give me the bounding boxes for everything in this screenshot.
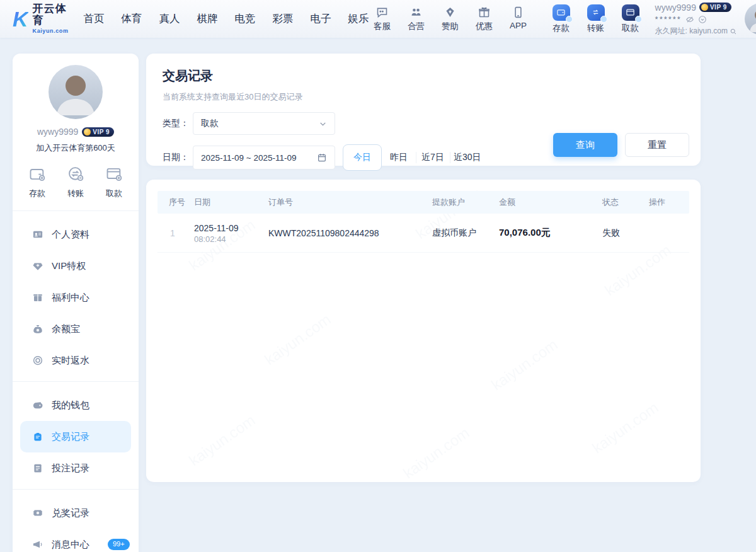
col-header-status: 状态 <box>602 191 649 214</box>
cell-action <box>649 214 689 253</box>
sidebar-avatar[interactable] <box>49 65 103 119</box>
top-header: K 开云体育 Kaiyun.com 首页 体育 真人 棋牌 电竞 彩票 电子 娱… <box>0 0 756 38</box>
joined-days-text: 加入开云体育第600天 <box>13 142 139 154</box>
cell-time: 08:02:44 <box>194 234 268 244</box>
withdraw-outline-icon <box>105 165 123 183</box>
brand-domain: Kaiyun.com <box>33 28 69 35</box>
col-header-no: 序号 <box>158 191 194 214</box>
date-range-input[interactable]: 2025-11-09 ~ 2025-11-09 <box>193 146 335 170</box>
page-title: 交易记录 <box>163 67 684 84</box>
app-download-link[interactable]: APP <box>505 6 532 32</box>
range-30days-button[interactable]: 近30日 <box>450 144 485 171</box>
col-header-date: 日期 <box>194 191 268 214</box>
type-select[interactable]: 取款 <box>193 112 335 135</box>
search-button[interactable]: 查询 <box>553 133 617 157</box>
wallet-icon <box>32 400 43 411</box>
range-yesterday-button[interactable]: 昨日 <box>382 144 416 171</box>
col-header-account: 提款账户 <box>432 191 499 214</box>
sidebar-item-rebate[interactable]: 实时返水 <box>13 345 139 376</box>
range-today-button[interactable]: 今日 <box>343 144 382 171</box>
menu-item-label: 个人资料 <box>52 229 89 241</box>
vip-level: VIP 9 <box>710 3 727 13</box>
reset-button[interactable]: 重置 <box>625 133 689 157</box>
range-7days-button[interactable]: 近7日 <box>416 144 450 171</box>
permanent-url: 永久网址: kaiyun.com <box>655 26 728 37</box>
nav-item-home[interactable]: 首页 <box>84 12 105 26</box>
diamond-icon <box>32 260 43 272</box>
nav-item-lottery[interactable]: 彩票 <box>273 12 294 26</box>
quick-link-label: 客服 <box>374 21 391 32</box>
avatar-image <box>49 65 103 119</box>
transactions-table-card: kaiyun.com kaiyun.com kaiyun.com kaiyun.… <box>146 180 701 482</box>
transfer-link[interactable]: 转账 <box>583 4 609 34</box>
brand-name: 开云体育 <box>33 3 69 26</box>
money-bag-icon <box>32 323 43 335</box>
sidebar-item-benefits[interactable]: 福利中心 <box>13 282 139 313</box>
id-card-icon <box>32 229 43 240</box>
sidebar: wywy9999 VIP 9 加入开云体育第600天 存款 转账 取款 <box>13 54 139 552</box>
wallet-link-label: 存款 <box>553 23 570 34</box>
nav-item-esports[interactable]: 电竞 <box>235 12 256 26</box>
vip-medal-icon <box>701 4 708 11</box>
deposit-badge-icon <box>566 16 573 23</box>
customer-service-link[interactable]: 客服 <box>369 6 396 32</box>
sidebar-item-profile[interactable]: 个人资料 <box>13 219 139 250</box>
sidebar-quick-actions: 存款 转账 取款 <box>13 154 139 209</box>
calendar-icon <box>317 152 327 163</box>
menu-item-label: 兑奖记录 <box>52 507 89 519</box>
gem-icon <box>444 6 457 19</box>
sidebar-item-wallet[interactable]: 我的钱包 <box>13 389 139 421</box>
brand-logo[interactable]: K 开云体育 Kaiyun.com <box>13 3 69 34</box>
deposit-icon <box>553 4 570 21</box>
cell-order-no: KWWT20251109802444298 <box>268 214 432 253</box>
sidebar-withdraw-action[interactable]: 取款 <box>105 165 123 199</box>
gift-icon <box>478 6 491 19</box>
sidebar-item-vip[interactable]: VIP特权 <box>13 250 139 282</box>
cell-date: 2025-11-09 <box>194 222 268 234</box>
quick-link-label: 赞助 <box>442 21 459 32</box>
quick-link-label: 合营 <box>408 21 425 32</box>
sidebar-item-bets[interactable]: 投注记录 <box>13 452 139 484</box>
sidebar-menu-group3: 兑奖记录 消息中心 99+ <box>13 495 139 552</box>
type-select-value: 取款 <box>201 118 219 129</box>
nav-item-chess[interactable]: 棋牌 <box>197 12 218 26</box>
rebate-icon <box>32 355 43 366</box>
username: wywy9999 <box>655 1 696 14</box>
sidebar-item-messages[interactable]: 消息中心 99+ <box>13 529 139 552</box>
sidebar-deposit-action[interactable]: 存款 <box>28 165 47 199</box>
action-label: 存款 <box>29 188 45 199</box>
eye-off-icon[interactable] <box>685 15 694 24</box>
menu-item-label: 余额宝 <box>52 323 80 335</box>
quick-link-label: APP <box>510 21 527 30</box>
nav-item-sports[interactable]: 体育 <box>122 12 142 26</box>
nav-item-entertainment[interactable]: 娱乐 <box>348 12 369 26</box>
sidebar-item-prize[interactable]: 兑奖记录 <box>13 497 139 529</box>
col-header-amount: 金额 <box>499 191 602 214</box>
withdraw-link[interactable]: 取款 <box>617 4 644 34</box>
chevron-down-icon <box>319 120 327 128</box>
transfer-icon <box>587 4 605 21</box>
wallet-link-label: 取款 <box>622 23 639 34</box>
chevron-down-circle-icon[interactable] <box>698 15 707 24</box>
type-label: 类型： <box>163 118 193 129</box>
sidebar-username: wywy9999 <box>37 127 78 137</box>
promotions-link[interactable]: 优惠 <box>471 6 498 32</box>
header-avatar[interactable] <box>745 3 756 35</box>
deposit-link[interactable]: 存款 <box>548 4 575 34</box>
transfer-badge-icon <box>600 16 607 23</box>
divider <box>13 489 139 490</box>
sponsor-link[interactable]: 赞助 <box>437 6 464 32</box>
divider <box>13 381 139 382</box>
sidebar-item-transactions[interactable]: 交易记录 <box>20 421 131 452</box>
quick-range-group: 今日 昨日 近7日 近30日 <box>343 144 485 171</box>
menu-item-label: 投注记录 <box>52 463 89 474</box>
page-subtitle: 当前系统支持查询最近30日的交易记录 <box>163 91 684 103</box>
sidebar-item-yuebao[interactable]: 余额宝 <box>13 313 139 345</box>
sidebar-transfer-action[interactable]: 转账 <box>66 165 85 199</box>
vip-badge: VIP 9 <box>82 127 114 137</box>
partnership-link[interactable]: 合营 <box>403 6 430 32</box>
magnifier-icon[interactable] <box>730 28 737 35</box>
message-icon <box>32 539 43 550</box>
nav-item-live[interactable]: 真人 <box>159 12 180 26</box>
nav-item-slots[interactable]: 电子 <box>311 12 331 26</box>
